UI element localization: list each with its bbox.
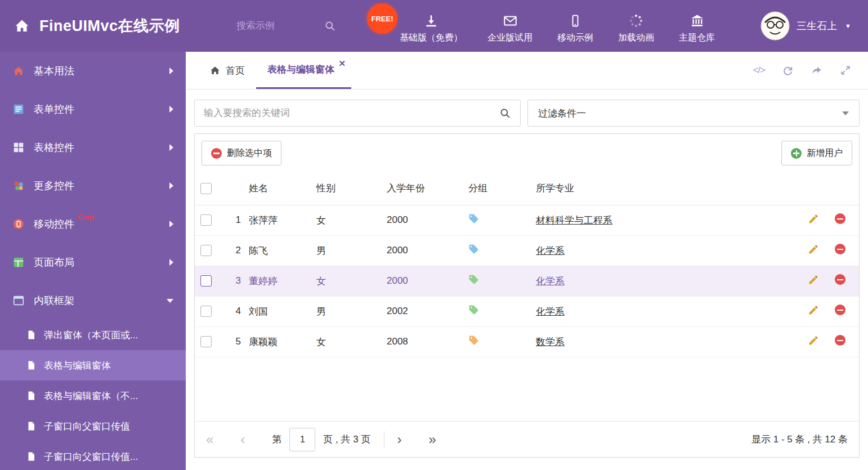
- sidebar-subitem-grid-edit-window[interactable]: 表格与编辑窗体: [0, 350, 186, 381]
- edit-pencil-icon[interactable]: [808, 305, 819, 316]
- sidebar-item-basic-usage[interactable]: 基本用法: [0, 52, 186, 90]
- share-icon[interactable]: [811, 65, 823, 76]
- frame-icon: [12, 294, 25, 307]
- cell-year: 2000: [387, 235, 468, 266]
- column-header-year[interactable]: 入学年份: [387, 172, 468, 205]
- search-icon[interactable]: [324, 20, 336, 32]
- row-checkbox[interactable]: [200, 245, 212, 256]
- column-header-group[interactable]: 分组: [468, 172, 536, 205]
- filter-dropdown[interactable]: 过滤条件一: [527, 100, 860, 127]
- table-row[interactable]: 5 康颖颖 女 2008 数学系: [195, 326, 859, 357]
- edit-pencil-icon[interactable]: [808, 274, 819, 285]
- file-icon: [26, 421, 36, 431]
- nav-item-enterprise-trial[interactable]: 企业版试用: [487, 8, 533, 44]
- sidebar-subitem-grid-edit-window-2[interactable]: 表格与编辑窗体（不...: [0, 381, 186, 411]
- close-icon[interactable]: ✕: [338, 59, 346, 69]
- row-checkbox[interactable]: [200, 275, 212, 287]
- prev-page-button[interactable]: ‹: [240, 433, 245, 446]
- major-link[interactable]: 化学系: [536, 245, 565, 256]
- major-link[interactable]: 化学系: [536, 276, 565, 287]
- sidebar-subitem-child-to-parent-2[interactable]: 子窗口向父窗口传值...: [0, 441, 186, 470]
- nav-label: 移动示例: [557, 32, 593, 44]
- header-nav: FREE! 基础版（免费） 企业版试用 移动示例: [400, 8, 715, 44]
- table-row[interactable]: 2 陈飞 男 2000 化学系: [195, 235, 859, 266]
- filter-dropdown-value: 过滤条件一: [538, 107, 586, 120]
- add-user-button[interactable]: 新增用户: [781, 141, 852, 165]
- nav-item-mobile-demo[interactable]: 移动示例: [557, 8, 593, 44]
- sidebar-item-label: 内联框架: [34, 294, 74, 307]
- view-source-icon[interactable]: </>: [753, 65, 765, 76]
- column-header-gender[interactable]: 性别: [316, 172, 387, 205]
- nav-item-loading-animation[interactable]: 加载动画: [618, 8, 654, 44]
- delete-row-icon[interactable]: [835, 244, 845, 254]
- row-checkbox[interactable]: [200, 306, 212, 317]
- sidebar-item-more-controls[interactable]: 更多控件: [0, 167, 186, 205]
- table-row[interactable]: 1 张萍萍 女 2000 材料科学与工程系: [195, 205, 859, 235]
- row-index: 1: [221, 205, 249, 235]
- avatar: [760, 11, 790, 41]
- chevron-right-icon: [169, 68, 173, 74]
- delete-row-icon[interactable]: [835, 213, 845, 224]
- header-search-input[interactable]: [236, 20, 310, 32]
- sidebar-item-label: 更多控件: [34, 179, 74, 193]
- first-page-button[interactable]: «: [206, 433, 213, 446]
- table-row-selected[interactable]: 3 董婷婷 女 2000 化学系: [195, 266, 859, 296]
- edit-pencil-icon[interactable]: [808, 244, 819, 255]
- next-page-button[interactable]: ›: [397, 433, 401, 446]
- page-number-input[interactable]: [289, 428, 315, 451]
- sidebar-item-form-controls[interactable]: 表单控件: [0, 90, 186, 128]
- file-icon: [26, 391, 36, 401]
- column-header-name[interactable]: 姓名: [249, 172, 316, 205]
- table-header-row: 姓名 性别 入学年份 分组 所学专业: [195, 172, 859, 205]
- search-icon[interactable]: [499, 108, 511, 119]
- delete-row-icon[interactable]: [835, 274, 845, 285]
- delete-selected-button[interactable]: 删除选中项: [202, 141, 281, 165]
- more-controls-icon: [12, 180, 25, 192]
- home-icon[interactable]: [14, 17, 30, 34]
- major-link[interactable]: 材料科学与工程系: [536, 215, 612, 226]
- column-header-major[interactable]: 所学专业: [536, 172, 786, 205]
- fullscreen-icon[interactable]: [840, 65, 851, 76]
- tab-label: 表格与编辑窗体: [267, 63, 334, 76]
- home-icon: [209, 65, 221, 76]
- add-button-label: 新增用户: [807, 147, 843, 159]
- nav-item-basic-free[interactable]: FREE! 基础版（免费）: [400, 8, 463, 44]
- sidebar-item-label: 基本用法: [34, 64, 74, 78]
- sidebar-subitem-popup-window[interactable]: 弹出窗体（本页面或...: [0, 320, 186, 350]
- envelope-icon: [503, 14, 518, 28]
- mobile-icon: [12, 218, 25, 230]
- tab-home[interactable]: 首页: [198, 52, 256, 89]
- major-link[interactable]: 化学系: [536, 306, 565, 317]
- sidebar-item-page-layout[interactable]: 页面布局: [0, 243, 186, 281]
- tab-grid-edit-window[interactable]: 表格与编辑窗体 ✕: [256, 52, 351, 89]
- delete-row-icon[interactable]: [835, 305, 845, 315]
- major-link[interactable]: 数学系: [536, 337, 565, 347]
- select-all-checkbox[interactable]: [200, 183, 212, 194]
- keyword-search-box: [194, 100, 521, 127]
- delete-row-icon[interactable]: [835, 335, 845, 346]
- sidebar-item-inline-frame[interactable]: 内联框架: [0, 281, 186, 320]
- cell-name: 康颖颖: [249, 326, 316, 357]
- row-index: 2: [221, 235, 249, 266]
- sidebar-item-grid-controls[interactable]: 表格控件: [0, 128, 186, 167]
- app-header: FineUIMvc在线示例 FREE! 基础版（免费） 企业版试用: [0, 0, 868, 52]
- cell-gender: 男: [316, 296, 387, 326]
- sidebar-subitem-label: 子窗口向父窗口传值...: [44, 450, 138, 463]
- sidebar-subitem-child-to-parent[interactable]: 子窗口向父窗口传值: [0, 411, 186, 441]
- nav-item-theme-store[interactable]: 主题仓库: [679, 8, 715, 44]
- refresh-icon[interactable]: [782, 65, 794, 77]
- row-index: 4: [221, 296, 249, 326]
- delete-button-label: 删除选中项: [227, 147, 272, 159]
- sidebar-item-mobile-controls[interactable]: 移动控件 Corp.: [0, 205, 186, 243]
- user-menu[interactable]: 三生石上 ▼: [760, 11, 868, 41]
- edit-pencil-icon[interactable]: [808, 213, 819, 225]
- edit-pencil-icon[interactable]: [808, 335, 819, 346]
- house-icon: [12, 65, 25, 77]
- row-checkbox[interactable]: [200, 214, 212, 226]
- table-row[interactable]: 4 刘国 男 2002 化学系: [195, 296, 859, 326]
- last-page-button[interactable]: »: [428, 433, 436, 446]
- cell-name: 董婷婷: [249, 266, 316, 296]
- keyword-search-input[interactable]: [204, 108, 499, 119]
- row-checkbox[interactable]: [200, 336, 212, 347]
- chevron-right-icon: [169, 144, 173, 151]
